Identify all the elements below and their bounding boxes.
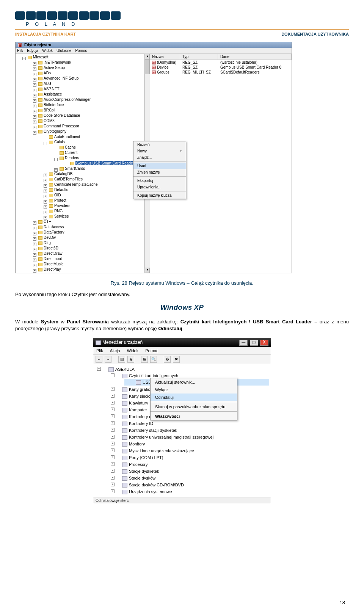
table-row[interactable]: abGroupsREG_MULTI_SZSCard$DefaultReaders bbox=[150, 70, 292, 75]
column-header[interactable]: Dane bbox=[218, 54, 292, 60]
ctx-item-uninstall[interactable]: Odinstaluj bbox=[151, 394, 237, 401]
ctx-item[interactable]: Rozwiń bbox=[133, 141, 186, 148]
tree-node[interactable]: BRCpl bbox=[33, 108, 144, 113]
column-header[interactable]: Typ bbox=[180, 54, 218, 60]
tree-node[interactable]: Assistance bbox=[33, 92, 144, 97]
tree-node[interactable]: BidInterface bbox=[33, 102, 144, 108]
tree-node[interactable]: Providers bbox=[44, 203, 144, 209]
tree-node[interactable]: ReadersGemplus USB Smart Card Reader 0 bbox=[54, 155, 144, 166]
tree-node[interactable]: Direct3D bbox=[33, 246, 144, 251]
tree-node[interactable]: OID bbox=[44, 193, 144, 198]
tree-node[interactable]: COM3 bbox=[33, 118, 144, 124]
forward-button[interactable]: → bbox=[105, 356, 111, 363]
ctx-item[interactable]: Skanuj w poszukiwaniu zmian sprzętu bbox=[151, 403, 237, 411]
ctx-item[interactable]: Kopiuj nazwę klucza bbox=[133, 192, 186, 199]
tree-node[interactable]: Dfrg bbox=[33, 240, 144, 246]
ctx-item[interactable]: Eksportuj bbox=[133, 177, 186, 184]
tree-node[interactable]: AudioCompressionManager bbox=[33, 97, 144, 102]
tree-node[interactable]: Current bbox=[54, 150, 144, 155]
tree-node[interactable]: DirectMusic bbox=[33, 262, 144, 267]
tree-node[interactable]: DirectDraw bbox=[33, 251, 144, 256]
tree-node[interactable]: Cache bbox=[54, 145, 144, 150]
tree-node[interactable]: Active Setup bbox=[33, 65, 144, 71]
tree-node[interactable]: CatalogDB bbox=[44, 171, 144, 177]
tree-node[interactable]: CalaisCacheCurrentReadersGemplus USB Sma… bbox=[44, 140, 144, 171]
tree-node[interactable]: ASP.NET bbox=[33, 86, 144, 92]
menu-item[interactable]: Plik bbox=[17, 49, 23, 53]
table-row[interactable]: abDeviceREG_SZGemplus USB Smart Card Rea… bbox=[150, 65, 292, 70]
tree-category[interactable]: Stacje dysków CD-ROM/DVD bbox=[111, 481, 269, 488]
tree-node-selected[interactable]: Gemplus USB Smart Card Reader 0 bbox=[65, 161, 144, 166]
card-reader-icon bbox=[122, 374, 127, 378]
toolbar-icon[interactable]: 🖥 bbox=[141, 356, 148, 363]
menu-item[interactable]: Widok bbox=[42, 49, 53, 53]
tree-node[interactable]: ALG bbox=[33, 81, 144, 86]
scroll-down-button[interactable]: ▾ bbox=[145, 268, 150, 273]
menu-item[interactable]: Pomoc bbox=[145, 348, 158, 353]
tree-category[interactable]: Stacje dysków bbox=[111, 475, 269, 481]
tree-node[interactable]: DataFactory bbox=[33, 230, 144, 235]
table-row[interactable]: ab(Domyślna)REG_SZ(wartość nie ustalona) bbox=[150, 60, 292, 65]
menu-item[interactable]: Widok bbox=[127, 348, 139, 353]
menu-item[interactable]: Pomoc bbox=[75, 49, 87, 53]
tree-node[interactable]: SmartCards bbox=[54, 166, 144, 171]
tree-node[interactable]: DirectInput bbox=[33, 256, 144, 262]
ctx-item-properties[interactable]: Właściwości bbox=[151, 412, 237, 420]
tree-node[interactable]: Command Processor bbox=[33, 124, 144, 129]
tree-category[interactable]: Urządzenia systemowe bbox=[111, 488, 269, 495]
tree-node[interactable]: ADs bbox=[33, 71, 144, 76]
device-category-icon bbox=[122, 456, 127, 460]
ctx-item[interactable]: Aktualizuj sterownik... bbox=[151, 378, 237, 386]
device-manager-window: Menedżer urządzeń — ▢ X Plik Akcja Widok… bbox=[93, 338, 271, 504]
toolbar-icon[interactable]: 🔍 bbox=[150, 356, 157, 363]
registry-tree-pane: Microsoft .NETFrameworkActive SetupADsAd… bbox=[16, 54, 144, 273]
scroll-thumb[interactable] bbox=[145, 59, 150, 74]
ctx-item[interactable]: Nowy bbox=[133, 148, 186, 154]
tree-node[interactable]: CTF bbox=[33, 219, 144, 224]
ctx-item[interactable]: Uprawnienia... bbox=[133, 184, 186, 190]
ctx-item[interactable]: Wyłącz bbox=[151, 386, 237, 394]
menu-item[interactable]: Akcja bbox=[110, 348, 120, 353]
close-button[interactable]: X bbox=[260, 340, 268, 346]
ctx-item[interactable]: Zmień nazwę bbox=[133, 169, 186, 176]
tree-node[interactable]: DataAccess bbox=[33, 224, 144, 230]
device-category-icon bbox=[122, 490, 127, 494]
tree-category[interactable]: Procesory bbox=[111, 461, 269, 468]
toolbar-icon[interactable]: 🖨 bbox=[127, 356, 134, 363]
tree-node[interactable]: Services bbox=[44, 214, 144, 219]
menu-item[interactable]: Edycja bbox=[27, 49, 38, 53]
tree-category[interactable]: Kontrolery ID bbox=[111, 420, 269, 427]
tree-node[interactable]: .NETFramework bbox=[33, 60, 144, 65]
menu-item[interactable]: Plik bbox=[96, 348, 103, 353]
toolbar-icon[interactable]: ▤ bbox=[118, 356, 125, 363]
tree-node[interactable]: AutoEnrollment bbox=[44, 134, 144, 140]
toolbar-icon[interactable]: ⚙ bbox=[164, 356, 171, 363]
tree-category[interactable]: Stacje dyskietek bbox=[111, 468, 269, 475]
maximize-button[interactable]: ▢ bbox=[250, 340, 258, 346]
menu-item[interactable]: Ulubione bbox=[56, 49, 71, 53]
tree-node[interactable]: DevDiv bbox=[33, 235, 144, 240]
column-header[interactable]: Nazwa bbox=[150, 54, 180, 60]
tree-node[interactable]: DirectPlay bbox=[33, 267, 144, 272]
ctx-item[interactable]: Znajdź... bbox=[133, 154, 186, 161]
tree-node[interactable]: Microsoft .NETFrameworkActive SetupADsAd… bbox=[22, 55, 144, 272]
tree-node[interactable]: Advanced INF Setup bbox=[33, 76, 144, 81]
tree-node[interactable]: Defaults bbox=[44, 187, 144, 193]
toolbar-icon[interactable]: ✖ bbox=[173, 356, 180, 363]
tree-category[interactable]: Mysz i inne urządzenia wskazujące bbox=[111, 447, 269, 454]
tree-category[interactable]: Monitory bbox=[111, 441, 269, 447]
computer-icon bbox=[108, 367, 114, 372]
tree-category[interactable]: Kontrolery uniwersalnej magistrali szere… bbox=[111, 434, 269, 441]
tree-node[interactable]: RNG bbox=[44, 209, 144, 214]
tree-node[interactable]: Code Store Database bbox=[33, 113, 144, 118]
tree-node[interactable]: CatDBTempFiles bbox=[44, 177, 144, 182]
tree-node[interactable]: CertificateTemplateCache bbox=[44, 182, 144, 187]
ctx-item-delete[interactable]: Usuń bbox=[133, 163, 186, 169]
tree-node[interactable]: CryptographyAutoEnrollmentCalaisCacheCur… bbox=[33, 129, 144, 219]
tree-node[interactable]: Protect bbox=[44, 198, 144, 203]
tree-category[interactable]: Kontrolery stacji dyskietek bbox=[111, 427, 269, 434]
minimize-button[interactable]: — bbox=[239, 340, 248, 346]
scroll-up-button[interactable]: ▴ bbox=[145, 54, 150, 59]
back-button[interactable]: ← bbox=[96, 356, 102, 363]
tree-category[interactable]: Porty (COM i LPT) bbox=[111, 454, 269, 461]
